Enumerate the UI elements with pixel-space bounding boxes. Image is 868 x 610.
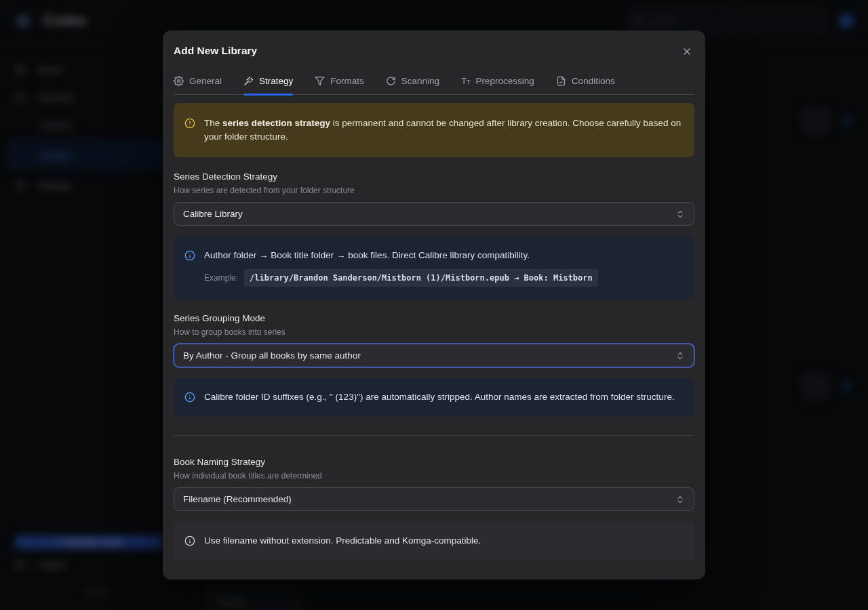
modal-tabs: General Strategy Formats Scanning TT Pre…: [174, 74, 694, 95]
book-naming-select[interactable]: Filename (Recommended): [174, 487, 694, 511]
field-label: Book Naming Strategy: [174, 456, 694, 468]
select-value: Calibre Library: [183, 209, 243, 219]
refresh-icon: [386, 76, 396, 86]
book-naming-field: Book Naming Strategy How individual book…: [174, 456, 694, 511]
chevrons-up-down-icon: [675, 209, 685, 219]
field-hint: How series are detected from your folder…: [174, 186, 694, 196]
tab-label: Scanning: [401, 76, 439, 86]
series-detection-select[interactable]: Calibre Library: [174, 202, 694, 226]
tab-formats[interactable]: Formats: [315, 74, 364, 94]
tab-general[interactable]: General: [174, 74, 222, 94]
tab-label: Strategy: [259, 76, 293, 86]
series-detection-field: Series Detection Strategy How series are…: [174, 171, 694, 226]
grouping-info-text: Calibre folder ID suffixes (e.g., " (123…: [204, 390, 675, 404]
field-hint: How to group books into series: [174, 327, 694, 338]
tab-label: Conditions: [572, 76, 615, 86]
info-icon: [184, 250, 195, 261]
close-icon: [682, 46, 692, 57]
tab-preprocessing[interactable]: TT Preprocessing: [461, 74, 534, 94]
naming-info-box: Use filename without extension. Predicta…: [174, 522, 694, 560]
file-check-icon: [556, 76, 566, 86]
tab-label: Formats: [330, 76, 364, 86]
screen: Codex Search... Home Libraries +▾ Comics…: [0, 0, 868, 610]
example-path-code: /library/Brandon Sanderson/Mistborn (1)/…: [244, 269, 598, 287]
chevrons-up-down-icon: [675, 351, 685, 361]
field-label: Series Detection Strategy: [174, 171, 694, 182]
info-icon: [184, 535, 195, 546]
series-grouping-select[interactable]: By Author - Group all books by same auth…: [174, 344, 694, 367]
detection-info-content: Author folder → Book title folder → book…: [204, 249, 598, 287]
add-library-modal: Add New Library General Strategy Formats…: [163, 30, 705, 580]
wand-icon: [243, 76, 254, 86]
permanent-strategy-warning: The series detection strategy is permane…: [174, 103, 694, 157]
info-icon: [184, 392, 195, 403]
warning-text: The series detection strategy is permane…: [204, 117, 684, 144]
filter-icon: [315, 76, 325, 86]
close-button[interactable]: [678, 43, 696, 60]
field-hint: How individual book titles are determine…: [174, 471, 694, 481]
field-label: Series Grouping Mode: [174, 312, 694, 324]
example-row: Example: /library/Brandon Sanderson/Mist…: [204, 269, 598, 287]
detection-info-text: Author folder → Book title folder → book…: [204, 249, 598, 262]
alert-circle-icon: [184, 118, 195, 129]
select-value: By Author - Group all books by same auth…: [183, 350, 361, 361]
naming-info-text: Use filename without extension. Predicta…: [204, 534, 481, 548]
tab-conditions[interactable]: Conditions: [556, 74, 615, 94]
tab-scanning[interactable]: Scanning: [386, 74, 439, 94]
grouping-info-box: Calibre folder ID suffixes (e.g., " (123…: [174, 378, 694, 416]
letter-case-icon: TT: [461, 76, 470, 86]
gear-icon: [174, 76, 184, 86]
series-grouping-field: Series Grouping Mode How to group books …: [174, 312, 694, 367]
tab-strategy[interactable]: Strategy: [243, 74, 293, 94]
select-value: Filename (Recommended): [183, 494, 292, 504]
tab-label: General: [189, 76, 222, 86]
tab-label: Preprocessing: [476, 76, 534, 86]
chevrons-up-down-icon: [675, 495, 685, 504]
section-divider: [174, 435, 694, 436]
detection-info-box: Author folder → Book title folder → book…: [174, 237, 694, 299]
example-label: Example:: [204, 271, 238, 285]
modal-title: Add New Library: [174, 44, 694, 58]
